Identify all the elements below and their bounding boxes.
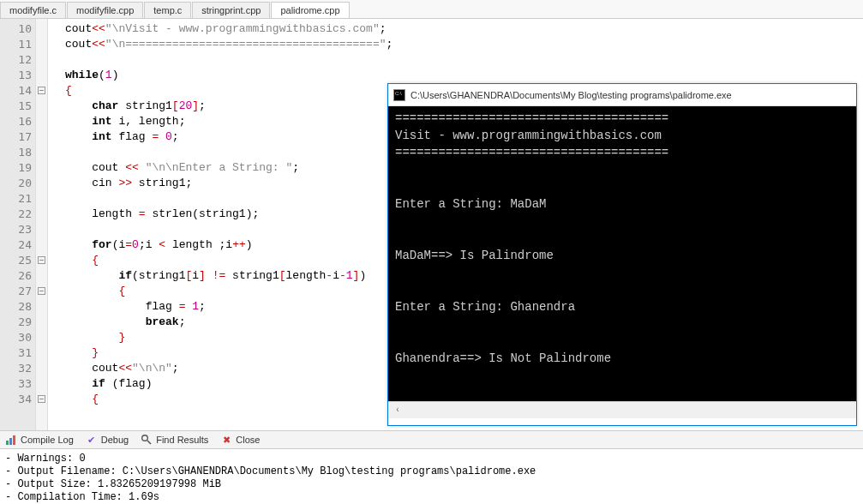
tab-find-results[interactable]: Find Results <box>141 434 208 446</box>
check-icon: ✔ <box>86 434 98 446</box>
svg-rect-1 <box>9 438 12 445</box>
console-title-text: C:\Users\GHANENDRA\Documents\My Blog\tes… <box>411 90 732 100</box>
bar-chart-icon <box>5 434 17 446</box>
fold-toggle-icon[interactable]: − <box>38 395 45 403</box>
fold-toggle-icon[interactable]: − <box>38 287 45 295</box>
tab-debug[interactable]: ✔ Debug <box>86 434 129 446</box>
svg-rect-2 <box>13 435 15 445</box>
tab-stringprint-cpp[interactable]: stringprint.cpp <box>192 2 270 18</box>
bottom-tab-bar: Compile Log ✔ Debug Find Results ✖ Close <box>0 430 863 449</box>
file-tabs: modifyfile.c modifyfile.cpp temp.c strin… <box>0 0 863 19</box>
fold-toggle-icon[interactable]: − <box>38 87 45 94</box>
line-number-gutter: 10 11 12 13 14 15 16 17 18 19 20 21 22 2… <box>0 19 36 430</box>
console-titlebar[interactable]: C:\Users\GHANENDRA\Documents\My Blog\tes… <box>388 84 856 106</box>
tab-modifyfile-c[interactable]: modifyfile.c <box>0 2 66 18</box>
console-output[interactable]: ====================================== V… <box>388 106 856 401</box>
svg-line-4 <box>147 441 151 444</box>
close-icon: ✖ <box>220 434 232 446</box>
console-window[interactable]: C:\Users\GHANENDRA\Documents\My Blog\tes… <box>387 83 857 426</box>
fold-toggle-icon[interactable]: − <box>38 256 45 264</box>
fold-column: − − − − <box>36 19 48 430</box>
compile-output-panel[interactable]: - Warnings: 0 - Output Filename: C:\User… <box>0 449 863 504</box>
search-icon <box>141 434 153 446</box>
console-icon <box>393 89 405 101</box>
tab-close[interactable]: ✖ Close <box>220 434 260 446</box>
console-scrollbar[interactable]: ‹ <box>388 401 856 418</box>
svg-point-3 <box>142 435 148 441</box>
tab-modifyfile-cpp[interactable]: modifyfile.cpp <box>67 2 143 18</box>
tab-temp-c[interactable]: temp.c <box>144 2 191 18</box>
tab-palidrome-cpp[interactable]: palidrome.cpp <box>271 2 349 18</box>
svg-rect-0 <box>6 441 9 445</box>
tab-compile-log[interactable]: Compile Log <box>5 434 74 446</box>
scroll-left-icon[interactable]: ‹ <box>392 405 404 417</box>
